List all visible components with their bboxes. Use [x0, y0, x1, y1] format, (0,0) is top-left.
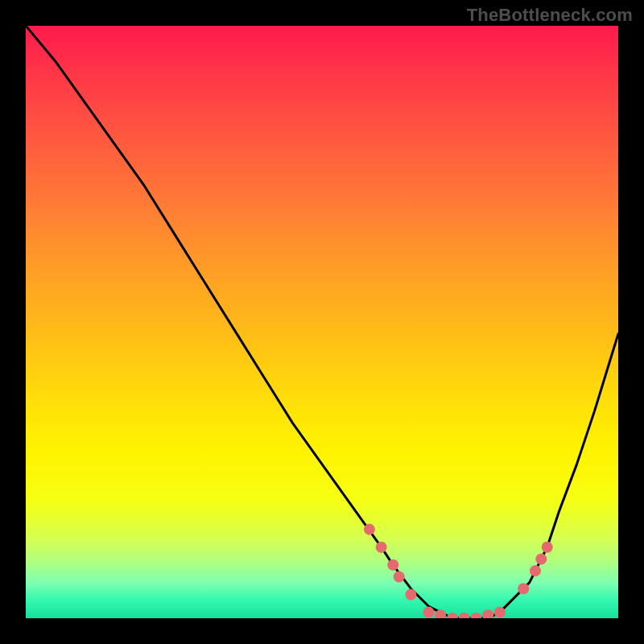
chart-frame: TheBottleneck.com [0, 0, 644, 644]
curve-marker [482, 609, 493, 618]
curve-marker [387, 559, 398, 571]
curve-marker [459, 613, 470, 618]
attribution-text: TheBottleneck.com [467, 5, 633, 26]
bottleneck-curve [26, 26, 618, 618]
curve-marker [542, 542, 553, 553]
curve-marker [394, 572, 405, 583]
curve-marker [535, 553, 547, 564]
curve-marker [447, 613, 458, 618]
curve-markers [364, 524, 553, 618]
curve-marker [518, 583, 529, 594]
curve-marker [470, 613, 481, 618]
chart-svg [26, 26, 618, 618]
curve-marker [494, 607, 506, 618]
curve-marker [364, 524, 375, 535]
curve-marker [423, 607, 435, 618]
plot-area [26, 26, 618, 618]
curve-marker [376, 542, 387, 553]
curve-marker [530, 565, 541, 576]
curve-marker [405, 589, 416, 601]
